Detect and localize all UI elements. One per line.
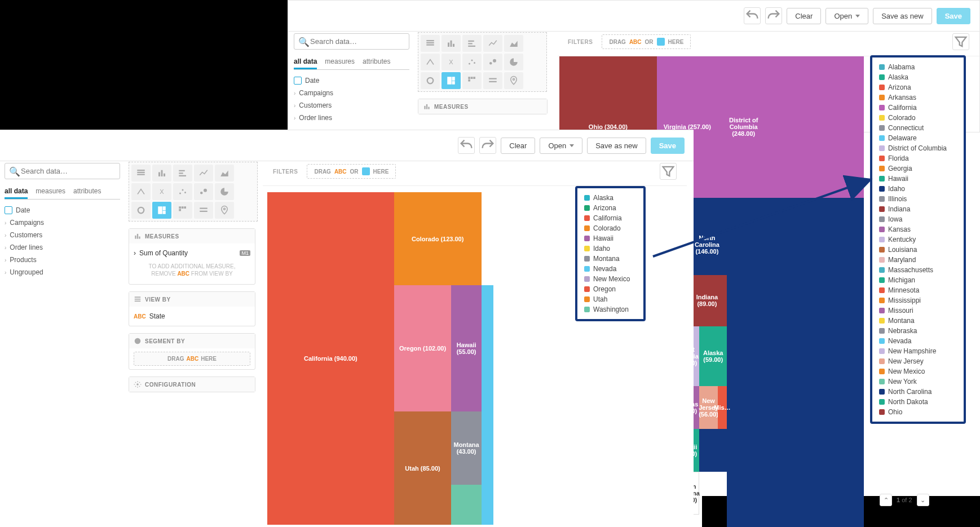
chevron-right-icon: ›	[5, 220, 6, 226]
treemap-cell[interactable]: Colorado (123.00)	[394, 192, 482, 285]
legend-item: Florida	[879, 153, 957, 163]
catalog-item[interactable]: ›Campaigns	[5, 216, 120, 229]
vis-geo[interactable]	[504, 72, 523, 89]
vis-bullet[interactable]	[483, 72, 502, 89]
svg-rect-43	[158, 206, 162, 214]
legend-item: New Jersey	[879, 356, 957, 366]
treemap-small[interactable]: California (940.00)Colorado (123.00)Oreg…	[267, 192, 569, 525]
legend-item: Hawaii	[879, 174, 957, 184]
vis-donut[interactable]	[421, 72, 440, 89]
svg-point-13	[493, 59, 496, 63]
treemap-cell[interactable]: Alaska (59.00)	[699, 326, 727, 386]
tab-all-data[interactable]: all data	[294, 55, 317, 69]
pager-next[interactable]: ⌄	[917, 494, 929, 506]
vis-combo[interactable]: X	[442, 54, 461, 70]
open-button[interactable]: Open	[826, 8, 868, 24]
pager-prev[interactable]: ⌃	[880, 494, 892, 506]
catalog-item[interactable]: ›Customers	[294, 99, 409, 112]
attribute-item[interactable]: ABCState	[134, 310, 250, 322]
undo-button[interactable]	[458, 137, 475, 154]
clear-button[interactable]: Clear	[787, 8, 821, 24]
search-input[interactable]	[294, 33, 409, 50]
catalog-item-date[interactable]: Date	[294, 74, 409, 87]
legend-item: Alaska	[879, 72, 957, 82]
treemap-cell[interactable]	[727, 198, 864, 527]
vis-scatter[interactable]	[173, 183, 192, 200]
treemap-cell[interactable]: California (940.00)	[267, 192, 394, 525]
vis-bar[interactable]	[173, 165, 192, 181]
catalog-item[interactable]: ›Customers	[5, 229, 120, 241]
svg-rect-0	[426, 40, 434, 41]
save-button[interactable]: Save	[937, 8, 970, 24]
vis-bar[interactable]	[462, 35, 482, 52]
vis-pie[interactable]	[215, 183, 234, 200]
vis-table[interactable]	[421, 35, 440, 52]
undo-button[interactable]	[744, 7, 761, 24]
tab-attributes[interactable]: attributes	[363, 55, 390, 69]
treemap-cell[interactable]: Montana (43.00)	[451, 411, 482, 485]
vis-headline[interactable]	[421, 54, 440, 70]
catalog-tabs: all data measures attributes	[5, 185, 120, 200]
vis-bubble[interactable]	[483, 54, 502, 70]
vis-bubble[interactable]	[194, 183, 213, 200]
search-input[interactable]	[5, 163, 120, 179]
tab-attributes[interactable]: attributes	[73, 185, 101, 199]
save-button[interactable]: Save	[651, 138, 685, 154]
save-as-new-button[interactable]: Save as new	[873, 8, 932, 24]
vis-table[interactable]	[131, 165, 151, 181]
segment-dropzone[interactable]: DRAG ABC HERE	[134, 352, 250, 366]
filter-icon[interactable]	[660, 163, 677, 180]
svg-point-9	[469, 63, 470, 65]
measure-item[interactable]: ›Sum of QuantityM1	[134, 247, 250, 259]
vis-treemap[interactable]	[152, 202, 171, 219]
catalog-item-date[interactable]: Date	[5, 204, 120, 216]
vis-area[interactable]	[504, 35, 523, 52]
vis-treemap[interactable]	[442, 72, 461, 89]
redo-button[interactable]	[479, 137, 496, 154]
vis-heatmap[interactable]	[462, 72, 482, 89]
bucket-configuration[interactable]: CONFIGURATION	[129, 377, 255, 392]
catalog-item[interactable]: ›Campaigns	[294, 87, 409, 99]
save-as-new-button[interactable]: Save as new	[587, 138, 646, 154]
vis-column[interactable]	[152, 165, 171, 181]
treemap-cell[interactable]	[699, 429, 727, 472]
treemap-cell[interactable]: Hawaii (55.00)	[451, 285, 482, 411]
vis-bullet[interactable]	[194, 202, 213, 219]
vis-area[interactable]	[215, 165, 234, 181]
tab-measures[interactable]: measures	[36, 185, 65, 199]
treemap-cell[interactable]: Oregon (102.00)	[394, 285, 452, 411]
filter-dropzone[interactable]: DRAG ABC OR HERE	[307, 164, 396, 179]
filter-icon[interactable]	[952, 33, 969, 50]
treemap-cell[interactable]	[770, 56, 864, 198]
tab-all-data[interactable]: all data	[5, 185, 28, 199]
legend-large: AlabamaAlaskaArizonaArkansasCaliforniaCo…	[870, 55, 966, 424]
vis-scatter[interactable]	[462, 54, 482, 70]
vis-donut[interactable]	[131, 202, 151, 219]
vis-geo[interactable]	[215, 202, 234, 219]
filter-dropzone[interactable]: DRAG ABC OR HERE	[602, 34, 691, 49]
vis-headline[interactable]	[131, 183, 151, 200]
svg-rect-57	[135, 299, 141, 300]
catalog-item[interactable]: ›Order lines	[5, 241, 120, 254]
vis-column[interactable]	[442, 35, 461, 52]
legend-item: Nevada	[584, 264, 637, 274]
vis-line[interactable]	[194, 165, 213, 181]
catalog-item[interactable]: ›Order lines	[294, 112, 409, 124]
treemap-cell[interactable]: Utah (85.00)	[394, 411, 452, 525]
tab-measures[interactable]: measures	[325, 55, 355, 69]
legend-item: District of Columbia	[879, 143, 957, 153]
vis-combo[interactable]: X	[152, 183, 171, 200]
redo-button[interactable]	[765, 7, 782, 24]
treemap-cell[interactable]: District of Columbia (248.00)	[718, 56, 770, 198]
treemap-cell[interactable]	[482, 285, 493, 525]
catalog-item[interactable]: ›Products	[5, 254, 120, 266]
legend-item: Missouri	[879, 305, 957, 316]
vis-pie[interactable]	[504, 54, 523, 70]
open-button[interactable]: Open	[540, 138, 582, 154]
treemap-cell[interactable]	[451, 485, 482, 525]
clear-button[interactable]: Clear	[501, 138, 535, 154]
vis-heatmap[interactable]	[173, 202, 192, 219]
treemap-cell[interactable]: Mis…	[718, 386, 727, 429]
catalog-item[interactable]: ›Ungrouped	[5, 266, 120, 278]
vis-line[interactable]	[483, 35, 502, 52]
